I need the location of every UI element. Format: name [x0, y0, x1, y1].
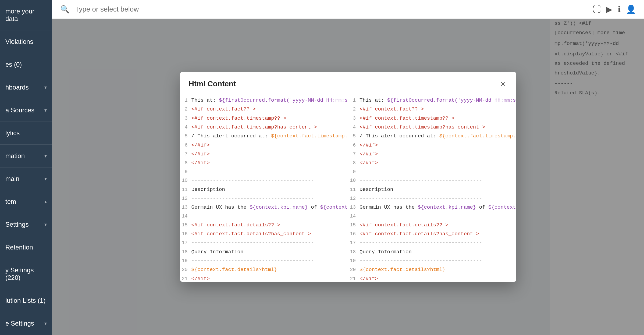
line-content: </#if> [360, 141, 516, 149]
line-content: / This alert occurred at: ${context.fact… [360, 132, 516, 140]
line-number: 4 [180, 123, 191, 131]
line-number: 16 [180, 230, 191, 238]
line-content: ---------------------------------------- [360, 239, 516, 247]
line-number: 6 [180, 141, 191, 149]
line-number: 21 [180, 275, 191, 282]
sidebar-item-more-data[interactable]: more your data [0, 0, 52, 30]
line-content: </#if> [191, 275, 348, 282]
sidebar-item-lytics[interactable]: lytics [0, 122, 52, 145]
table-row: 3 <#if context.fact.timestamp?? > [348, 114, 516, 123]
sidebar-item-main[interactable]: main ▾ [0, 168, 52, 190]
line-number: 12 [180, 195, 191, 203]
line-number: 19 [180, 257, 191, 265]
sidebar-item-retention[interactable]: Retention [0, 236, 52, 259]
table-row: 18 Query Information [180, 248, 348, 256]
sidebar-item-hboards[interactable]: hboards ▾ [0, 76, 52, 99]
table-row: 10 -------------------------------------… [180, 176, 348, 185]
line-content: </#if> [191, 150, 348, 158]
search-icon: 🔍 [60, 5, 70, 14]
line-number: 10 [180, 177, 191, 185]
line-content: ---------------------------------------- [191, 239, 348, 247]
line-content: ---------------------------------------- [191, 176, 348, 185]
diff-panel-left[interactable]: 1This at: ${firstOccurred.format('yyyy-M… [180, 96, 348, 282]
sidebar-item-a-sources[interactable]: a Sources ▾ [0, 99, 52, 122]
diff-container: 1This at: ${firstOccurred.format('yyyy-M… [180, 96, 516, 282]
table-row: 14 [348, 212, 516, 221]
line-content: </#if> [191, 159, 348, 167]
table-row: 15 <#if context.fact.details?? > [180, 221, 348, 230]
play-icon[interactable]: ▶ [606, 5, 612, 14]
html-content-modal: Html Content × 1This at: ${firstOccurred… [180, 72, 516, 282]
line-content: </#if> [360, 150, 516, 158]
user-icon[interactable]: 👤 [626, 5, 636, 14]
chevron-down-icon: ▾ [44, 107, 47, 113]
line-number: 8 [348, 159, 360, 167]
table-row: 13 Germain UX has the ${context.kpi.name… [348, 203, 516, 212]
table-row: 11 Description [348, 185, 516, 194]
right-code-content: 1This at: ${firstOccurred.format('yyyy-M… [348, 96, 516, 282]
line-number: 18 [348, 248, 360, 256]
line-number: 3 [348, 115, 360, 123]
table-row: 16 <#if context.fact.details?has_content… [180, 230, 348, 238]
line-content: Query Information [191, 248, 348, 256]
line-number: 3 [180, 115, 191, 123]
expand-icon[interactable]: ⛶ [593, 5, 601, 14]
sidebar-item-e-settings[interactable]: e Settings ▾ [0, 312, 52, 335]
modal-close-button[interactable]: × [498, 79, 508, 89]
line-content: Description [360, 186, 516, 194]
line-number: 19 [348, 257, 360, 265]
line-content: Query Information [360, 248, 516, 256]
line-content: This at: ${firstOccurred.format('yyyy-MM… [191, 96, 348, 105]
table-row: 20 ${context.fact.details?html} [348, 265, 516, 274]
chevron-up-icon: ▴ [44, 199, 47, 205]
line-number: 7 [348, 150, 360, 158]
line-content: ---------------------------------------- [191, 194, 348, 203]
table-row: 1This at: ${firstOccurred.format('yyyy-M… [348, 96, 516, 105]
modal-overlay: Html Content × 1This at: ${firstOccurred… [52, 19, 644, 335]
sidebar-item-tem[interactable]: tem ▴ [0, 190, 52, 213]
line-content: <#if context.fact.details?has_content > [360, 230, 516, 238]
left-code-content: 1This at: ${firstOccurred.format('yyyy-M… [180, 96, 348, 282]
table-row: 6 </#if> [180, 141, 348, 150]
line-number: 2 [348, 105, 360, 113]
sidebar-item-es[interactable]: es (0) [0, 53, 52, 76]
line-number: 16 [348, 230, 360, 238]
table-row: 21 </#if> [180, 275, 348, 282]
line-content: ---------------------------------------- [360, 257, 516, 265]
table-row: 7 </#if> [180, 150, 348, 159]
line-number: 15 [348, 221, 360, 229]
table-row: 9 [180, 168, 348, 176]
line-content: <#if context.fact.details?? > [191, 221, 348, 229]
table-row: 5 / This alert occurred at: ${context.fa… [348, 132, 516, 141]
table-row: 5 / This alert occurred at: ${context.fa… [180, 132, 348, 141]
line-content: Description [191, 186, 348, 194]
sidebar-item-settings[interactable]: Settings ▾ [0, 213, 52, 236]
line-content: ---------------------------------------- [360, 194, 516, 203]
table-row: 14 [180, 212, 348, 221]
sidebar-item-mation[interactable]: mation ▾ [0, 145, 52, 168]
table-row: 9 [348, 168, 516, 176]
line-number: 5 [348, 132, 360, 140]
table-row: 2 <#if context.fact?? > [180, 105, 348, 114]
line-content: <#if context.fact.details?? > [360, 221, 516, 229]
table-row: 10 -------------------------------------… [348, 176, 516, 185]
chevron-down-icon: ▾ [44, 153, 47, 159]
sidebar-item-lution-lists[interactable]: lution Lists (1) [0, 289, 52, 312]
line-content: <#if context.fact.details?has_content > [191, 230, 348, 238]
chevron-down-icon: ▾ [44, 84, 47, 90]
line-content: <#if context.fact.timestamp?has_content … [191, 123, 348, 131]
diff-panel-right[interactable]: 1This at: ${firstOccurred.format('yyyy-M… [348, 96, 516, 282]
table-row: 18 Query Information [348, 248, 516, 256]
line-content: <#if context.fact?? > [191, 105, 348, 113]
line-number: 9 [180, 168, 191, 176]
search-input[interactable] [75, 5, 587, 13]
line-content: </#if> [191, 141, 348, 149]
info-icon[interactable]: ℹ [618, 5, 621, 14]
table-row: 11 Description [180, 185, 348, 194]
line-number: 17 [180, 239, 191, 247]
sidebar-item-y-settings[interactable]: y Settings (220) [0, 259, 52, 289]
table-row: 12 -------------------------------------… [348, 194, 516, 203]
line-number: 10 [348, 177, 360, 185]
table-row: 13 Germain UX has the ${context.kpi.name… [180, 203, 348, 212]
sidebar-item-violations[interactable]: Violations [0, 30, 52, 53]
